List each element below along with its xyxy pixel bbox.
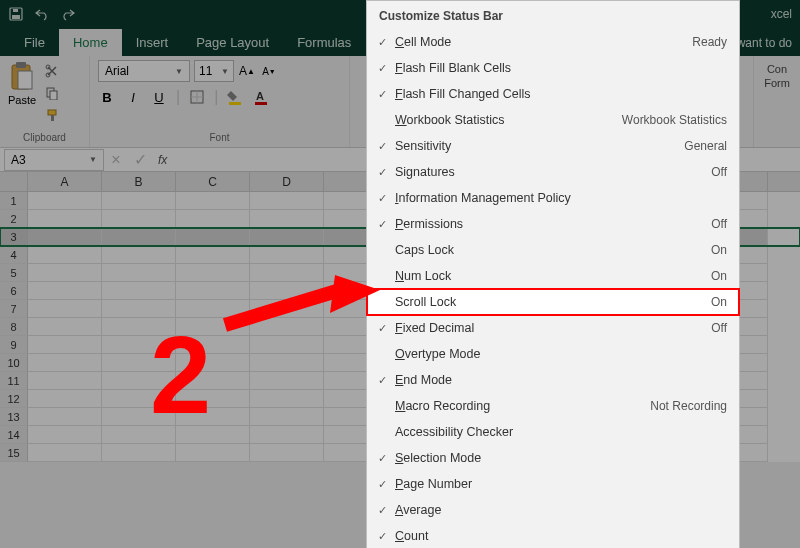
- name-box[interactable]: A3 ▼: [4, 149, 104, 171]
- tab-file[interactable]: File: [10, 29, 59, 56]
- decrease-font-icon[interactable]: A▼: [260, 62, 278, 80]
- paste-button[interactable]: Paste: [8, 94, 36, 106]
- cell[interactable]: [28, 444, 102, 462]
- underline-button[interactable]: U: [150, 88, 168, 106]
- menu-item[interactable]: ✓Selection Mode: [367, 445, 739, 471]
- cell[interactable]: [28, 390, 102, 408]
- row-header[interactable]: 15: [0, 444, 28, 462]
- cell[interactable]: [102, 444, 176, 462]
- menu-item[interactable]: Scroll LockOn: [367, 289, 739, 315]
- conditional-format-fragment[interactable]: Con: [756, 62, 798, 76]
- cell[interactable]: [28, 282, 102, 300]
- font-size-select[interactable]: 11 ▼: [194, 60, 234, 82]
- column-header[interactable]: D: [250, 172, 324, 191]
- cell[interactable]: [250, 210, 324, 228]
- menu-item[interactable]: ✓End Mode: [367, 367, 739, 393]
- menu-item[interactable]: ✓Fixed DecimalOff: [367, 315, 739, 341]
- cell[interactable]: [250, 390, 324, 408]
- row-header[interactable]: 14: [0, 426, 28, 444]
- format-fragment[interactable]: Form: [756, 76, 798, 90]
- cell[interactable]: [250, 444, 324, 462]
- menu-item[interactable]: Accessibility Checker: [367, 419, 739, 445]
- column-header[interactable]: A: [28, 172, 102, 191]
- fill-color-icon[interactable]: [226, 88, 244, 106]
- font-name-select[interactable]: Arial ▼: [98, 60, 190, 82]
- cell[interactable]: [176, 246, 250, 264]
- cell[interactable]: [250, 228, 324, 246]
- row-header[interactable]: 7: [0, 300, 28, 318]
- cell[interactable]: [250, 408, 324, 426]
- cell[interactable]: [28, 228, 102, 246]
- menu-item[interactable]: Overtype Mode: [367, 341, 739, 367]
- row-header[interactable]: 8: [0, 318, 28, 336]
- cell[interactable]: [250, 372, 324, 390]
- menu-item[interactable]: ✓Page Number: [367, 471, 739, 497]
- menu-item[interactable]: ✓PermissionsOff: [367, 211, 739, 237]
- row-header[interactable]: 6: [0, 282, 28, 300]
- cell[interactable]: [28, 336, 102, 354]
- cancel-formula-icon[interactable]: ×: [104, 151, 128, 169]
- row-header[interactable]: 4: [0, 246, 28, 264]
- row-header[interactable]: 10: [0, 354, 28, 372]
- undo-icon[interactable]: [34, 6, 50, 22]
- menu-item[interactable]: Workbook StatisticsWorkbook Statistics: [367, 107, 739, 133]
- row-header[interactable]: 13: [0, 408, 28, 426]
- cell[interactable]: [102, 264, 176, 282]
- menu-item[interactable]: ✓SignaturesOff: [367, 159, 739, 185]
- menu-item[interactable]: Macro RecordingNot Recording: [367, 393, 739, 419]
- row-header[interactable]: 3: [0, 228, 28, 246]
- cell[interactable]: [28, 354, 102, 372]
- cell[interactable]: [250, 426, 324, 444]
- cell[interactable]: [250, 246, 324, 264]
- menu-item[interactable]: ✓Cell ModeReady: [367, 29, 739, 55]
- menu-item[interactable]: Num LockOn: [367, 263, 739, 289]
- cell[interactable]: [176, 210, 250, 228]
- cell[interactable]: [28, 318, 102, 336]
- bold-button[interactable]: B: [98, 88, 116, 106]
- row-header[interactable]: 12: [0, 390, 28, 408]
- fx-icon[interactable]: fx: [158, 153, 167, 167]
- cut-icon[interactable]: [42, 62, 62, 80]
- format-painter-icon[interactable]: [42, 106, 62, 124]
- menu-item[interactable]: ✓Average: [367, 497, 739, 523]
- paste-icon[interactable]: [8, 60, 36, 92]
- cell[interactable]: [28, 372, 102, 390]
- cell[interactable]: [28, 246, 102, 264]
- tab-home[interactable]: Home: [59, 29, 122, 56]
- cell[interactable]: [250, 192, 324, 210]
- redo-icon[interactable]: [60, 6, 76, 22]
- cell[interactable]: [176, 444, 250, 462]
- menu-item[interactable]: ✓Count: [367, 523, 739, 548]
- font-color-icon[interactable]: A: [252, 88, 270, 106]
- borders-icon[interactable]: [188, 88, 206, 106]
- tab-insert[interactable]: Insert: [122, 29, 183, 56]
- italic-button[interactable]: I: [124, 88, 142, 106]
- menu-item[interactable]: Caps LockOn: [367, 237, 739, 263]
- tab-formulas[interactable]: Formulas: [283, 29, 365, 56]
- cell[interactable]: [28, 408, 102, 426]
- enter-formula-icon[interactable]: ✓: [128, 150, 152, 169]
- cell[interactable]: [28, 426, 102, 444]
- cell[interactable]: [28, 192, 102, 210]
- menu-item[interactable]: ✓SensitivityGeneral: [367, 133, 739, 159]
- row-header[interactable]: 1: [0, 192, 28, 210]
- cell[interactable]: [176, 192, 250, 210]
- cell[interactable]: [102, 228, 176, 246]
- cell[interactable]: [250, 354, 324, 372]
- cell[interactable]: [102, 210, 176, 228]
- increase-font-icon[interactable]: A▲: [238, 62, 256, 80]
- cell[interactable]: [28, 210, 102, 228]
- cell[interactable]: [28, 264, 102, 282]
- row-header[interactable]: 2: [0, 210, 28, 228]
- copy-icon[interactable]: [42, 84, 62, 102]
- row-header[interactable]: 5: [0, 264, 28, 282]
- cell[interactable]: [28, 300, 102, 318]
- cell[interactable]: [102, 282, 176, 300]
- cell[interactable]: [102, 246, 176, 264]
- cell[interactable]: [176, 228, 250, 246]
- cell[interactable]: [250, 336, 324, 354]
- menu-item[interactable]: ✓Information Management Policy: [367, 185, 739, 211]
- menu-item[interactable]: ✓Flash Fill Changed Cells: [367, 81, 739, 107]
- row-header[interactable]: 9: [0, 336, 28, 354]
- column-header[interactable]: B: [102, 172, 176, 191]
